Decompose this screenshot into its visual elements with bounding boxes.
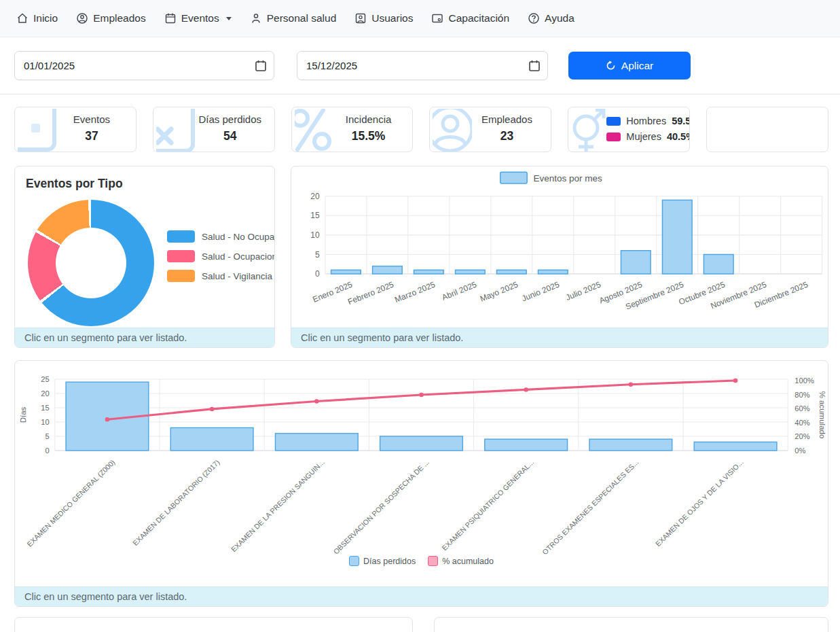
home-icon [16,12,29,24]
donut-legend-item[interactable]: Salud - Ocupacional [167,250,275,262]
pareto-legend-item[interactable]: % acumulado [428,556,494,566]
bar-Febrero 2025[interactable] [373,266,403,274]
stat-card-body: Días perdidos54 [191,113,269,143]
card-footer-note: Clic en un segmento para ver listado. [15,328,274,347]
svg-text:25: 25 [41,375,49,383]
bar-Enero 2025[interactable] [331,270,361,274]
doughnut-chart[interactable] [28,200,154,326]
legend-swatch [428,556,438,566]
nav-item-inicio[interactable]: Inicio [16,12,58,24]
pareto-chart[interactable]: 05101520250%20%40%60%80%100%Días% acumul… [15,361,828,555]
person-ghost-icon [433,109,472,152]
bar-Agosto 2025[interactable] [621,251,651,274]
stat-card-eventos[interactable]: Eventos37 [14,107,136,152]
events-by-month-card: Eventos por mes05101520Enero 2025Febrero… [291,166,828,348]
bar-Marzo 2025[interactable] [414,270,444,274]
svg-text:10: 10 [310,230,320,240]
svg-text:Mayo 2025: Mayo 2025 [479,279,519,303]
top-navbar: InicioEmpleadosEventosPersonal saludUsua… [0,0,840,37]
svg-text:EXAMEN MEDICO GENERAL (Z000): EXAMEN MEDICO GENERAL (Z000) [25,458,117,548]
svg-text:60%: 60% [795,404,809,412]
svg-text:15: 15 [310,211,320,220]
pareto-legend-item[interactable]: Días perdidos [349,556,416,566]
nav-item-eventos[interactable]: Eventos [164,12,232,24]
svg-text:40%: 40% [795,419,809,427]
card-footer-note: Clic en un segmento para ver listado. [15,586,828,606]
date-from-input[interactable] [14,51,274,80]
apply-button-label: Aplicar [621,60,653,72]
stat-value: 15.5% [330,129,407,143]
calendar-icon[interactable] [255,60,266,71]
stat-value: 23 [468,129,545,143]
legend-swatch [349,556,359,566]
bottom-row [14,617,828,632]
nav-item-capacitación[interactable]: Capacitación [431,12,509,24]
bar-Abril 2025[interactable] [456,270,486,274]
legend-label: Salud - Ocupacional [202,251,275,262]
donut-legend-item[interactable]: Salud - Vigilancia de la [167,270,275,282]
pareto-bar-3[interactable] [275,434,358,451]
nav-item-label: Usuarios [371,12,413,24]
donut-legend-item[interactable]: Salud - No Ocupacional [167,230,275,243]
gender-ghost-icon [571,109,610,152]
svg-text:Marzo 2025: Marzo 2025 [393,279,437,304]
nav-item-label: Ayuda [545,12,574,24]
gender-value: 40.5% [667,131,690,142]
bar-Mayo 2025[interactable] [496,270,526,274]
stat-value: 54 [191,129,269,143]
gender-label: Mujeres [626,131,661,142]
stat-title: Días perdidos [191,113,269,125]
nav-item-personal-salud[interactable]: Personal salud [250,12,337,24]
stat-title: Empleados [468,113,545,125]
svg-text:EXAMEN DE OJOS Y DE LA VISIO..: EXAMEN DE OJOS Y DE LA VISIO... [654,458,745,548]
stat-card-días-perdidos[interactable]: Días perdidos54 [153,107,275,152]
svg-text:0%: 0% [795,446,805,455]
monthly-bar-chart[interactable]: Eventos por mes05101520Enero 2025Febrero… [291,166,828,328]
svg-text:EXAMEN DE LA PRESION SANGUIN..: EXAMEN DE LA PRESION SANGUIN... [230,458,326,553]
pareto-bar-6[interactable] [589,439,672,451]
legend-label: Salud - No Ocupacional [202,232,275,242]
pareto-bar-5[interactable] [485,439,568,451]
stat-card-empty [706,107,828,152]
calendar-x-ghost-icon [156,109,196,152]
svg-text:15: 15 [41,404,49,412]
person-circle-icon [76,12,88,24]
stat-card-incidencia[interactable]: Incidencia15.5% [291,107,414,152]
bar-Octubre 2025[interactable] [704,254,733,274]
donut-legend: Salud - No OcupacionalSalud - Ocupaciona… [167,230,275,289]
svg-text:% acumulado: % acumulado [818,391,826,439]
pareto-bar-7[interactable] [694,442,777,451]
gender-row: Hombres59.5% [606,116,685,126]
bar-Septiembre 2025[interactable] [662,200,692,274]
svg-text:Eventos por mes: Eventos por mes [534,173,603,183]
nav-item-usuarios[interactable]: Usuarios [354,12,413,24]
card-icon [431,12,443,24]
date-filter-bar: Aplicar [14,51,828,80]
person-icon [250,12,262,24]
nav-item-ayuda[interactable]: Ayuda [528,12,574,24]
calendar-icon[interactable] [529,60,540,71]
gender-row: Mujeres40.5% [606,131,685,142]
days-lost-pareto-card: 05101520250%20%40%60%80%100%Días% acumul… [14,360,828,607]
bar-Junio 2025[interactable] [538,270,568,274]
svg-text:OBSERVACION POR SOSPECHA DE ..: OBSERVACION POR SOSPECHA DE ... [331,458,431,555]
pareto-bar-4[interactable] [380,436,463,451]
stat-card-genero[interactable]: Hombres59.5%Mujeres40.5% [568,107,690,152]
stat-card-body: Empleados23 [468,113,545,143]
stats-row: Eventos37Días perdidos54Incidencia15.5%E… [14,107,828,152]
date-from-box [14,51,274,80]
pareto-bar-2[interactable] [170,427,253,451]
card-footer-note: Clic en un segmento para ver listado. [291,328,828,347]
svg-text:Abril 2025: Abril 2025 [441,279,478,302]
donut-chart-body: Salud - No OcupacionalSalud - Ocupaciona… [15,191,274,328]
percent-ghost-icon [295,109,334,152]
nav-item-empleados[interactable]: Empleados [76,12,146,24]
apply-button[interactable]: Aplicar [568,52,691,80]
date-to-input[interactable] [297,51,548,80]
svg-text:20: 20 [41,389,49,398]
svg-text:10: 10 [41,418,49,426]
stat-card-empleados[interactable]: Empleados23 [429,107,551,152]
svg-text:5: 5 [45,432,50,440]
charts-row: Eventos por Tipo Salud - No OcupacionalS… [14,166,828,348]
svg-text:20%: 20% [795,432,809,440]
